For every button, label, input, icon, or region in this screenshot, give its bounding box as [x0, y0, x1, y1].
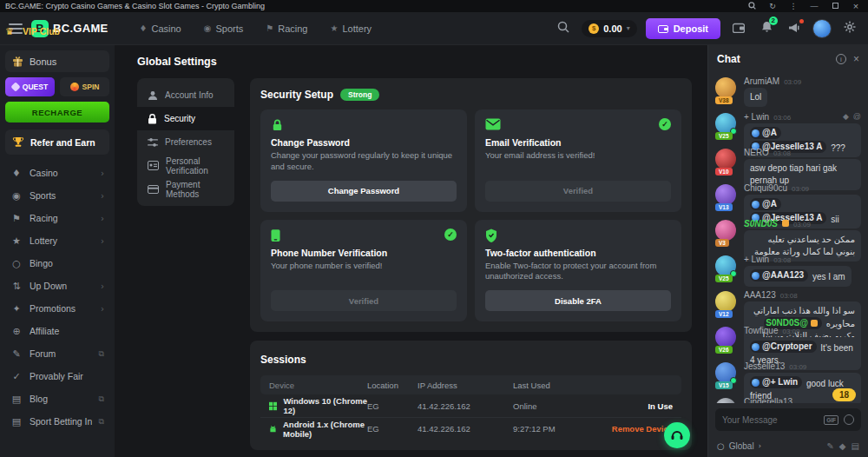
verified-check-icon: ✓ [659, 118, 671, 130]
wallet-nav-icon[interactable] [729, 21, 748, 36]
mention-icon[interactable]: @ [853, 112, 861, 121]
nav-sports[interactable]: ◉Sports [204, 23, 244, 34]
chat-username[interactable]: Towfique [744, 326, 778, 335]
recharge-button[interactable]: RECHARGE [5, 102, 109, 123]
avatar[interactable] [715, 327, 736, 348]
chat-message: V38 ArumiAM03:09 Lol [715, 76, 861, 106]
gif-picker-icon[interactable]: GIF [824, 415, 838, 425]
maximize-button[interactable] [828, 2, 842, 10]
nav-racing[interactable]: ⚑Racing [266, 23, 307, 34]
chat-username[interactable]: Jesselle13 [744, 361, 785, 371]
support-button[interactable] [664, 422, 690, 448]
chat-username[interactable]: AAA123 [744, 290, 776, 300]
chat-username[interactable]: + Lwin [744, 112, 769, 122]
chat-message-input[interactable] [722, 415, 819, 425]
avatar[interactable] [715, 255, 736, 276]
chat-gift-icon[interactable]: ▤ [852, 441, 859, 451]
tip-icon[interactable]: ◆ [843, 112, 849, 121]
chat-room-selector[interactable]: ○Global› [717, 441, 821, 451]
bonus-button[interactable]: Bonus [5, 50, 109, 72]
tab-account-info[interactable]: Account Info [137, 83, 234, 107]
emoji-picker-icon[interactable] [844, 414, 854, 425]
gift-icon [782, 220, 789, 227]
avatar[interactable] [715, 184, 736, 205]
sidebar-item-racing[interactable]: ⚑Racing› [5, 207, 109, 229]
tab-personal-verification[interactable]: Personal Verification [137, 154, 234, 177]
level-badge[interactable]: 18 [832, 388, 856, 401]
chat-username[interactable]: S0ND0S [744, 219, 778, 228]
sidebar-item-promotions[interactable]: ✦Promotions› [5, 297, 109, 320]
avatar[interactable] [715, 149, 736, 169]
chat-info-icon[interactable]: i [836, 54, 846, 64]
rain-tip-icon[interactable]: ◆ [839, 441, 846, 451]
deposit-button[interactable]: Deposit [646, 18, 720, 39]
mention-chip[interactable]: @Cryptoper [750, 341, 817, 353]
tab-preferences[interactable]: Preferences [137, 130, 234, 154]
chat-close-icon[interactable]: × [853, 53, 859, 65]
tab-payment-methods[interactable]: Payment Methods [137, 177, 234, 201]
session-location: EG [367, 424, 418, 434]
close-window-button[interactable]: × [849, 2, 863, 10]
change-password-button[interactable]: Change Password [271, 181, 457, 202]
casino-icon: ♦ [10, 168, 23, 179]
page-title: Global Settings [137, 56, 692, 68]
reload-icon[interactable]: ↻ [766, 2, 779, 10]
search-page-icon[interactable] [745, 2, 759, 11]
sidebar-item-bingo[interactable]: ○Bingo [5, 252, 109, 275]
mail-icon [485, 118, 501, 130]
chat-username[interactable]: Chiqui90cu [744, 183, 787, 193]
sidebar-item-blog[interactable]: ▤Blog⧉ [5, 387, 109, 410]
avatar[interactable] [715, 291, 736, 312]
mention-chip[interactable]: @+ Lwin [750, 376, 802, 388]
titlebar-menu-icon[interactable]: ⋮ [786, 2, 800, 10]
spin-button[interactable]: SPIN [60, 77, 109, 96]
user-avatar[interactable] [812, 19, 832, 38]
mention-chip[interactable]: @A [750, 198, 781, 210]
tab-security[interactable]: Security [137, 107, 234, 130]
disable-2fa-button[interactable]: Disable 2FA [485, 290, 671, 311]
minimize-button[interactable]: — [807, 2, 821, 10]
settings-gear-icon[interactable] [840, 21, 859, 36]
sidebar-item-forum[interactable]: ✎Forum⧉ [5, 342, 109, 365]
avatar[interactable] [715, 398, 736, 403]
phone-verification-card: ✓ Phone Number Verification Your phone n… [260, 220, 467, 322]
quest-button[interactable]: QUEST [5, 77, 55, 96]
remove-device-button[interactable]: Remove Device [593, 424, 673, 434]
notifications-bell-icon[interactable]: 2 [757, 21, 776, 36]
sidebar-item-lottery[interactable]: ★Lottery› [5, 229, 109, 252]
sidebar-item-updown[interactable]: ⇅Up Down› [5, 275, 109, 297]
chat-username[interactable]: Cinderella13 [744, 397, 792, 403]
mention-chip[interactable]: @A [750, 127, 781, 139]
announcements-icon[interactable] [785, 21, 804, 36]
android-icon [269, 424, 277, 434]
balance-selector[interactable]: $ 0.00 ▾ [582, 20, 636, 37]
refer-and-earn-button[interactable]: Refer and Earn [5, 129, 109, 155]
avatar[interactable] [715, 362, 736, 383]
avatar[interactable] [715, 220, 736, 241]
chat-username[interactable]: ArumiAM [744, 76, 779, 86]
sidebar-item-sports[interactable]: ◉Sports› [5, 184, 109, 207]
avatar[interactable] [715, 77, 736, 98]
card-title: Two-factor authentication [485, 248, 671, 258]
chat-footer: ○Global› ✎ ◆ ▤ [708, 434, 868, 457]
sidebar-item-provably-fair[interactable]: ✓Provably Fair [5, 365, 109, 387]
session-device: Android 1.x (Chrome Mobile) [283, 420, 367, 439]
coin-icon: $ [589, 23, 599, 34]
nav-casino[interactable]: ♦Casino [140, 23, 181, 34]
chat-username[interactable]: + Lwin [744, 255, 769, 264]
session-last-used: Online [513, 401, 593, 411]
nav-lottery[interactable]: ★Lottery [330, 23, 372, 34]
search-icon[interactable] [554, 21, 573, 36]
chat-username[interactable]: NERO [744, 148, 769, 157]
email-verified-button[interactable]: Verified [485, 181, 671, 202]
sidebar-item-sport-betting-insights[interactable]: ▤Sport Betting Insig...⧉ [5, 410, 109, 433]
sidebar-item-casino[interactable]: ♦Casino› [5, 162, 109, 184]
mention-chip[interactable]: @AAA123 [750, 269, 808, 281]
phone-verified-button[interactable]: Verified [271, 290, 457, 311]
browser-titlebar: BC.GAME: Crypto Casino Games & Casino Sl… [0, 0, 868, 12]
avatar[interactable] [715, 113, 736, 134]
session-ip: 41.42.226.162 [418, 424, 513, 434]
chat-rules-icon[interactable]: ✎ [826, 441, 833, 451]
vip-badge: V15 [715, 381, 733, 389]
sidebar-item-affiliate[interactable]: ⊕Affiliate [5, 320, 109, 342]
